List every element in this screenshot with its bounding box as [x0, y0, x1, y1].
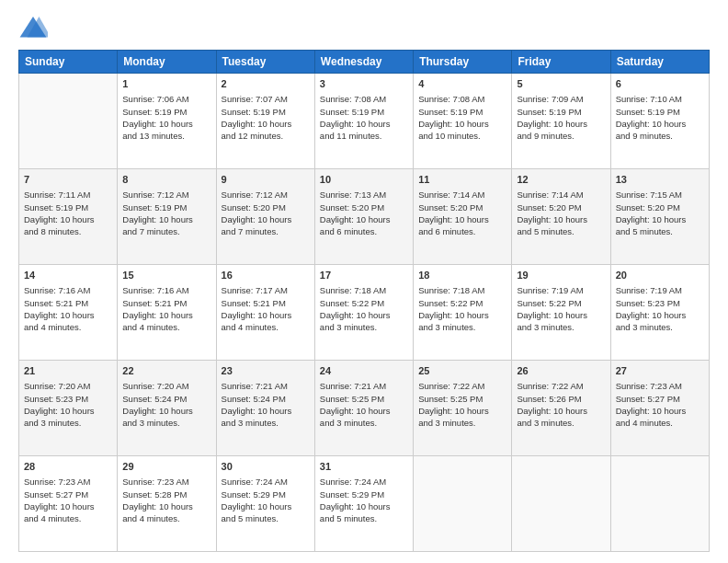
calendar-cell: 29Sunrise: 7:23 AMSunset: 5:28 PMDayligh…	[118, 456, 216, 552]
calendar-week-row: 7Sunrise: 7:11 AMSunset: 5:19 PMDaylight…	[19, 169, 710, 265]
logo-icon	[18, 15, 48, 40]
calendar-cell	[610, 456, 709, 552]
day-number: 4	[418, 77, 506, 91]
column-header-wednesday: Wednesday	[314, 51, 413, 74]
calendar-cell: 15Sunrise: 7:16 AMSunset: 5:21 PMDayligh…	[118, 265, 216, 361]
calendar-cell: 3Sunrise: 7:08 AMSunset: 5:19 PMDaylight…	[314, 74, 413, 169]
calendar-table: SundayMondayTuesdayWednesdayThursdayFrid…	[18, 50, 710, 552]
day-number: 23	[222, 364, 310, 378]
calendar-cell: 26Sunrise: 7:22 AMSunset: 5:26 PMDayligh…	[512, 361, 610, 456]
day-number: 24	[320, 364, 408, 378]
calendar-cell: 10Sunrise: 7:13 AMSunset: 5:20 PMDayligh…	[314, 169, 413, 265]
day-number: 3	[320, 77, 408, 91]
calendar-cell: 18Sunrise: 7:18 AMSunset: 5:22 PMDayligh…	[414, 265, 512, 361]
page: SundayMondayTuesdayWednesdayThursdayFrid…	[0, 0, 728, 563]
header	[18, 15, 710, 40]
calendar-cell: 5Sunrise: 7:09 AMSunset: 5:19 PMDaylight…	[512, 74, 610, 169]
calendar-week-row: 21Sunrise: 7:20 AMSunset: 5:23 PMDayligh…	[19, 361, 710, 456]
day-number: 7	[24, 173, 112, 187]
calendar-cell: 24Sunrise: 7:21 AMSunset: 5:25 PMDayligh…	[314, 361, 413, 456]
calendar-cell: 9Sunrise: 7:12 AMSunset: 5:20 PMDaylight…	[216, 169, 314, 265]
logo	[18, 15, 51, 40]
day-number: 1	[122, 77, 210, 91]
day-number: 14	[24, 269, 112, 282]
day-number: 19	[517, 269, 605, 282]
day-number: 16	[222, 269, 310, 282]
day-number: 22	[122, 364, 210, 378]
day-number: 10	[320, 173, 408, 187]
day-number: 26	[517, 364, 605, 378]
calendar-cell: 17Sunrise: 7:18 AMSunset: 5:22 PMDayligh…	[314, 265, 413, 361]
calendar-cell: 21Sunrise: 7:20 AMSunset: 5:23 PMDayligh…	[19, 361, 118, 456]
day-number: 11	[418, 173, 506, 187]
calendar-week-row: 14Sunrise: 7:16 AMSunset: 5:21 PMDayligh…	[19, 265, 710, 361]
column-header-thursday: Thursday	[414, 51, 512, 74]
day-number: 31	[320, 460, 408, 474]
column-header-friday: Friday	[512, 51, 610, 74]
calendar-cell: 30Sunrise: 7:24 AMSunset: 5:29 PMDayligh…	[216, 456, 314, 552]
day-number: 27	[616, 364, 704, 378]
column-header-sunday: Sunday	[19, 51, 118, 74]
day-number: 30	[222, 460, 310, 474]
day-number: 15	[122, 269, 210, 282]
day-number: 9	[222, 173, 310, 187]
day-number: 13	[616, 173, 704, 187]
column-header-saturday: Saturday	[610, 51, 709, 74]
calendar-cell: 7Sunrise: 7:11 AMSunset: 5:19 PMDaylight…	[19, 169, 118, 265]
calendar-cell: 12Sunrise: 7:14 AMSunset: 5:20 PMDayligh…	[512, 169, 610, 265]
calendar-cell	[19, 74, 118, 169]
calendar-cell: 28Sunrise: 7:23 AMSunset: 5:27 PMDayligh…	[19, 456, 118, 552]
calendar-cell: 11Sunrise: 7:14 AMSunset: 5:20 PMDayligh…	[414, 169, 512, 265]
day-number: 5	[517, 77, 605, 91]
calendar-cell: 27Sunrise: 7:23 AMSunset: 5:27 PMDayligh…	[610, 361, 709, 456]
column-header-monday: Monday	[118, 51, 216, 74]
calendar-cell: 14Sunrise: 7:16 AMSunset: 5:21 PMDayligh…	[19, 265, 118, 361]
calendar-cell: 13Sunrise: 7:15 AMSunset: 5:20 PMDayligh…	[610, 169, 709, 265]
day-number: 12	[517, 173, 605, 187]
calendar-cell: 31Sunrise: 7:24 AMSunset: 5:29 PMDayligh…	[314, 456, 413, 552]
calendar-cell: 23Sunrise: 7:21 AMSunset: 5:24 PMDayligh…	[216, 361, 314, 456]
calendar-cell: 6Sunrise: 7:10 AMSunset: 5:19 PMDaylight…	[610, 74, 709, 169]
calendar-cell: 2Sunrise: 7:07 AMSunset: 5:19 PMDaylight…	[216, 74, 314, 169]
day-number: 17	[320, 269, 408, 282]
calendar-cell: 1Sunrise: 7:06 AMSunset: 5:19 PMDaylight…	[118, 74, 216, 169]
day-number: 8	[122, 173, 210, 187]
day-number: 6	[616, 77, 704, 91]
calendar-week-row: 1Sunrise: 7:06 AMSunset: 5:19 PMDaylight…	[19, 74, 710, 169]
day-number: 29	[122, 460, 210, 474]
calendar-cell: 25Sunrise: 7:22 AMSunset: 5:25 PMDayligh…	[414, 361, 512, 456]
calendar-cell: 8Sunrise: 7:12 AMSunset: 5:19 PMDaylight…	[118, 169, 216, 265]
calendar-cell	[512, 456, 610, 552]
calendar-week-row: 28Sunrise: 7:23 AMSunset: 5:27 PMDayligh…	[19, 456, 710, 552]
calendar-cell	[414, 456, 512, 552]
day-number: 2	[222, 77, 310, 91]
calendar-cell: 16Sunrise: 7:17 AMSunset: 5:21 PMDayligh…	[216, 265, 314, 361]
calendar-cell: 22Sunrise: 7:20 AMSunset: 5:24 PMDayligh…	[118, 361, 216, 456]
column-header-tuesday: Tuesday	[216, 51, 314, 74]
day-number: 25	[418, 364, 506, 378]
calendar-cell: 20Sunrise: 7:19 AMSunset: 5:23 PMDayligh…	[610, 265, 709, 361]
day-number: 18	[418, 269, 506, 282]
day-number: 21	[24, 364, 112, 378]
day-number: 28	[24, 460, 112, 474]
calendar-cell: 4Sunrise: 7:08 AMSunset: 5:19 PMDaylight…	[414, 74, 512, 169]
day-number: 20	[616, 269, 704, 282]
calendar-cell: 19Sunrise: 7:19 AMSunset: 5:22 PMDayligh…	[512, 265, 610, 361]
calendar-header-row: SundayMondayTuesdayWednesdayThursdayFrid…	[19, 51, 710, 74]
